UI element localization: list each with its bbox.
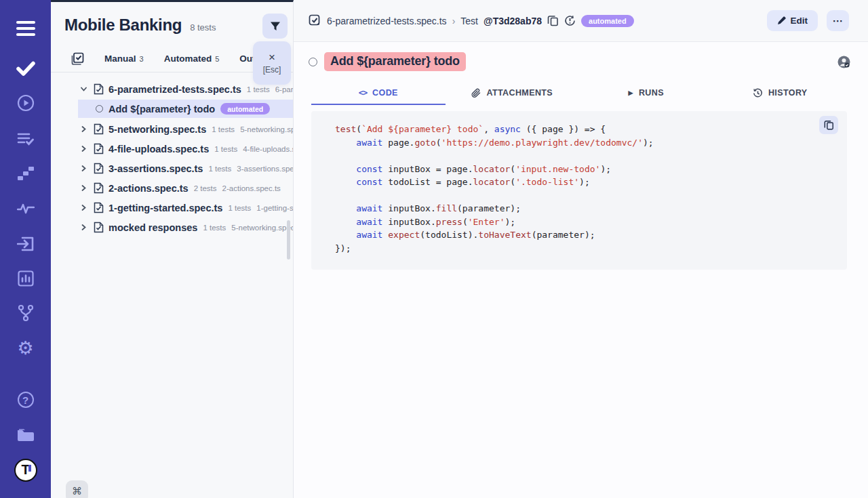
filter-escape-tooltip: × [Esc] bbox=[253, 41, 291, 85]
tab-code-label: CODE bbox=[372, 88, 398, 98]
tree-file-row[interactable]: 4-file-uploads.spec.ts1 tests4-file-uplo… bbox=[51, 139, 293, 159]
chevron-right-icon[interactable] bbox=[80, 145, 88, 152]
code-lines: test(`Add ${parameter} todo`, async ({ p… bbox=[335, 123, 833, 255]
tab-history[interactable]: HISTORY bbox=[713, 82, 848, 105]
file-name: 3-assertions.spec.ts bbox=[108, 163, 203, 174]
page-title: Add ${parameter} todo bbox=[324, 52, 466, 71]
test-name: Add ${parameter} todo bbox=[108, 104, 215, 115]
tree-file-row[interactable]: mocked responses1 tests5-networking.spec… bbox=[51, 217, 293, 237]
reports-chart-icon[interactable] bbox=[18, 270, 34, 287]
edit-button-label: Edit bbox=[791, 16, 808, 26]
menu-icon[interactable] bbox=[16, 21, 35, 36]
tab-manual-label: Manual bbox=[104, 54, 136, 64]
test-status-circle-icon bbox=[96, 105, 103, 112]
tab-code[interactable]: <> CODE bbox=[311, 82, 446, 105]
breadcrumb-bar: 6-parametrized-tests.spec.ts › Test @T3d… bbox=[294, 0, 868, 42]
escape-key-label: [Esc] bbox=[263, 65, 281, 75]
code-line: await page.goto('https://demo.playwright… bbox=[335, 136, 833, 150]
test-title-row: Add ${parameter} todo bbox=[294, 42, 868, 71]
spec-file-icon bbox=[94, 163, 104, 174]
code-line bbox=[335, 189, 833, 203]
chevron-right-icon[interactable] bbox=[80, 224, 88, 231]
file-name: 2-actions.spec.ts bbox=[108, 183, 189, 194]
tab-manual-count: 3 bbox=[140, 55, 144, 63]
chevron-down-icon[interactable] bbox=[80, 85, 88, 93]
history-clock-icon bbox=[753, 88, 763, 98]
test-plans-icon[interactable] bbox=[17, 131, 35, 146]
paperclip-icon bbox=[471, 88, 481, 98]
question-mark: ? bbox=[18, 392, 34, 408]
edit-button[interactable]: Edit bbox=[767, 10, 818, 31]
play-icon: ▶ bbox=[629, 89, 633, 96]
tree-panel-header: Mobile Banking 8 tests bbox=[51, 2, 293, 35]
command-shortcut-button[interactable]: ⌘ bbox=[66, 480, 88, 498]
projects-folder-icon[interactable] bbox=[16, 428, 35, 442]
copy-code-button[interactable] bbox=[819, 116, 838, 134]
tree-test-row-selected[interactable]: Add ${parameter} todoautomated bbox=[78, 100, 293, 118]
close-icon[interactable]: × bbox=[269, 51, 275, 63]
app-logo[interactable]: T bbox=[14, 459, 37, 482]
tab-runs[interactable]: ▶ RUNS bbox=[579, 82, 713, 105]
automated-badge: automated bbox=[220, 103, 270, 115]
import-icon[interactable] bbox=[17, 236, 35, 252]
tab-automated-label: Automated bbox=[164, 54, 212, 64]
funnel-icon bbox=[270, 21, 281, 32]
copy-test-id-button[interactable] bbox=[547, 15, 559, 26]
file-test-count: 1 tests bbox=[214, 145, 237, 153]
code-line: }); bbox=[335, 242, 833, 255]
tree-file-row[interactable]: 3-assertions.spec.ts1 tests3-assertions.… bbox=[51, 159, 293, 178]
file-test-count: 1 tests bbox=[208, 165, 231, 173]
pencil-icon bbox=[777, 16, 786, 25]
tab-attachments[interactable]: ATTACHMENTS bbox=[446, 82, 580, 105]
chevron-right-icon[interactable] bbox=[80, 125, 88, 133]
file-test-count: 1 tests bbox=[228, 204, 251, 212]
activity-pulse-icon[interactable] bbox=[17, 203, 35, 215]
more-options-button[interactable]: ⋯ bbox=[827, 10, 849, 31]
breadcrumb-file[interactable]: 6-parametrized-tests.spec.ts bbox=[327, 16, 447, 26]
code-line: test(`Add ${parameter} todo`, async ({ p… bbox=[335, 123, 833, 136]
logo-accent-bar bbox=[28, 465, 31, 472]
spec-file-icon bbox=[94, 182, 104, 194]
steps-icon[interactable] bbox=[18, 165, 34, 182]
run-play-icon[interactable] bbox=[17, 94, 35, 112]
code-line: await expect(todoList).toHaveText(parame… bbox=[335, 228, 833, 242]
code-block: test(`Add ${parameter} todo`, async ({ p… bbox=[311, 111, 847, 270]
file-path: 3-assertions.spec.ts bbox=[237, 165, 293, 173]
breadcrumb-separator: › bbox=[452, 16, 456, 26]
tree-file-row[interactable]: 1-getting-started.spec.ts1 tests1-gettin… bbox=[51, 198, 293, 217]
assignee-avatar[interactable] bbox=[837, 56, 850, 68]
file-path: 5-networking.spec.ts bbox=[231, 224, 293, 232]
file-path: 6-parametrized-tests.spec.ts bbox=[275, 85, 293, 94]
spec-task-icon bbox=[309, 14, 321, 27]
file-name: 5-networking.spec.ts bbox=[108, 124, 206, 135]
help-icon[interactable]: ? bbox=[18, 392, 34, 408]
test-id[interactable]: @T3d28ab78 bbox=[484, 16, 542, 26]
top-actions: Edit ⋯ bbox=[767, 10, 850, 31]
file-test-count: 1 tests bbox=[247, 85, 270, 94]
test-status-circle-icon bbox=[309, 58, 317, 66]
select-all-icon[interactable] bbox=[71, 52, 84, 65]
copy-icon bbox=[824, 120, 834, 130]
settings-gear-icon[interactable]: ⚙ bbox=[17, 339, 33, 358]
spec-file-icon bbox=[94, 222, 104, 233]
branches-icon[interactable] bbox=[18, 304, 34, 322]
automated-badge: automated bbox=[581, 15, 634, 27]
tree-file-row[interactable]: 2-actions.spec.ts2 tests2-actions.spec.t… bbox=[51, 178, 293, 198]
chevron-right-icon[interactable] bbox=[80, 165, 88, 172]
code-line: const inputBox = page.locator('input.new… bbox=[335, 163, 833, 176]
filter-button[interactable] bbox=[262, 14, 288, 39]
tree-scrollbar-thumb[interactable] bbox=[287, 220, 290, 260]
tree-file-row[interactable]: 5-networking.spec.ts1 tests5-networking.… bbox=[51, 119, 293, 139]
file-name: mocked responses bbox=[108, 222, 197, 233]
chevron-right-icon[interactable] bbox=[80, 184, 88, 192]
chevron-right-icon[interactable] bbox=[80, 204, 88, 211]
spec-file-icon bbox=[94, 123, 104, 135]
file-name: 1-getting-started.spec.ts bbox=[108, 203, 222, 213]
tab-automated[interactable]: Automated 5 bbox=[164, 54, 220, 64]
test-detail-main: 6-parametrized-tests.spec.ts › Test @T3d… bbox=[294, 0, 868, 498]
file-path: 2-actions.spec.ts bbox=[222, 184, 281, 192]
breadcrumb: 6-parametrized-tests.spec.ts › Test @T3d… bbox=[309, 14, 634, 27]
tab-manual[interactable]: Manual 3 bbox=[104, 54, 144, 64]
tests-check-icon[interactable] bbox=[16, 61, 35, 76]
sync-status-button[interactable] bbox=[564, 15, 576, 26]
